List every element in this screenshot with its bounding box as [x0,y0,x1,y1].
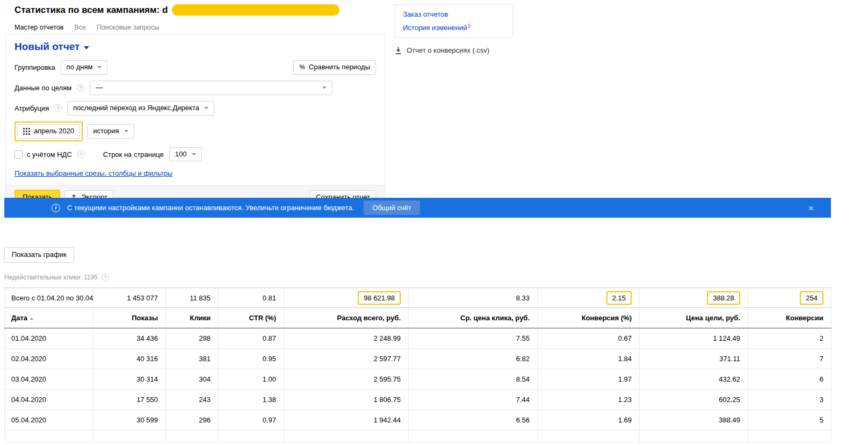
column-header[interactable]: Расход всего, руб. [284,308,409,328]
summary-row: Всего с 01.04.20 по 30.04.20 1 453 077 1… [5,288,831,308]
table-cell: 1 806.75 [284,390,409,410]
table-cell: 6.82 [409,349,538,369]
period-select[interactable]: апрель 2020 [17,124,80,139]
table-cell: 7 [748,349,831,369]
table-cell: 04.04.2020 [5,390,93,410]
chevron-down-icon [322,87,327,89]
change-history-label: История изменений [403,24,467,32]
table-cell [284,430,409,442]
report-title: Новый отчет [15,41,79,53]
column-header[interactable]: CTR (%) [219,308,284,328]
goals-row: Данные по целям ? — [15,81,376,95]
show-chart-button[interactable]: Показать график [4,247,74,263]
rows-per-page-select[interactable]: 100 [169,147,202,162]
highlight-box: 388.28 [707,291,740,305]
banner-text: С текущими настройками кампании останавл… [67,204,354,212]
vat-checkbox[interactable] [15,150,23,159]
table-cell [640,430,748,442]
help-icon[interactable]: ? [77,84,84,91]
summary-cell: 98 621.98 [284,288,409,308]
table-cell: 1.00 [219,369,284,390]
rows-per-page-value: 100 [175,150,187,159]
shared-account-button[interactable]: Общий счёт [364,200,420,215]
report-title-dropdown[interactable]: Новый отчет [15,41,376,53]
table-cell [166,430,219,442]
column-header-date[interactable]: Дата▲ [5,308,93,328]
chevron-down-icon [97,66,102,68]
table-cell: 388.49 [640,410,748,430]
summary-cell: 254 [748,288,831,308]
table-cell: 6 [748,369,831,390]
table-cell: 6.56 [409,410,538,430]
summary-cell: 0.81 [219,288,284,308]
rows-per-page-label: Строк на странице [103,150,164,159]
table-cell: 2 597.77 [284,349,409,369]
help-icon[interactable]: ? [54,104,62,112]
summary-cell: 8.33 [409,288,538,308]
help-icon[interactable]: ? [102,274,109,281]
column-header[interactable]: Цена цели, руб. [640,308,748,328]
table-cell: 17 550 [93,390,166,410]
column-header[interactable]: Клики [166,308,219,328]
goals-value: — [96,83,103,92]
highlight-annotation: апрель 2020 [15,121,83,141]
column-header[interactable]: Показы [93,308,166,328]
table-row: 02.04.2020 40 316 381 0.95 2 597.77 6.82… [5,349,831,369]
table-cell: 7.55 [409,328,538,349]
table-cell: 02.04.2020 [5,349,93,369]
compare-periods-button[interactable]: % Сравнить периоды [293,60,376,75]
grouping-label: Группировка [15,63,55,71]
table-cell: 371.11 [640,349,748,369]
table-row: 03.04.2020 30 314 304 1.00 2 595.75 8.54… [5,369,831,390]
column-header[interactable]: Конверсия (%) [538,308,640,328]
table-cell [748,430,831,442]
show-slices-link[interactable]: Показать выбранные срезы, столбцы и филь… [15,169,172,177]
table-cell: 05.04.2020 [5,410,93,430]
period-row: апрель 2020 история [15,121,376,141]
grouping-value: по дням [67,63,93,72]
page-header: Статистика по всем кампаниям: d [15,4,339,16]
goals-select[interactable]: — [90,81,332,95]
table-cell: 432.62 [640,369,748,390]
change-history-link[interactable]: История измененийβ [403,23,505,32]
table-cell: 381 [166,349,219,369]
grouping-select[interactable]: по дням [61,60,108,75]
column-header[interactable]: Ср. цена клика, руб. [409,308,538,328]
beta-badge: β [468,23,471,28]
order-reports-link[interactable]: Заказ отчетов [403,10,505,18]
table-cell: 0.87 [219,328,284,349]
table-cell: 40 316 [93,349,166,369]
table-cell: 1.97 [538,369,640,390]
table-cell: 1.23 [538,390,640,410]
table-cell: 0.67 [538,328,640,349]
table-cell [93,430,166,442]
table-cell: 5 [748,410,831,430]
highlight-box: 2.15 [606,291,632,305]
conversion-report-label: Отчет о конверсиях (.csv) [407,46,489,54]
close-icon[interactable]: × [808,203,814,212]
table-row: 01.04.2020 34 436 298 0.87 2 248.99 7.55… [5,328,831,349]
options-row: с учётом НДС ? Строк на странице 100 [15,147,376,162]
table-cell: 7.44 [409,390,538,410]
column-header[interactable]: Конверсии [748,308,831,328]
table-cell: 298 [166,328,219,349]
table-cell: 1.84 [538,349,640,369]
sort-asc-icon: ▲ [30,316,34,321]
table-cell: 0.97 [219,410,284,430]
conversion-report-link[interactable]: Отчет о конверсиях (.csv) [395,46,489,54]
report-builder-panel: Новый отчет Группировка по дням % Сравни… [5,34,385,210]
highlight-box: 254 [800,291,823,305]
table-cell: 30 599 [93,410,166,430]
attribution-select[interactable]: последний переход из Яндекс.Директа [67,101,214,116]
table-cell: 1 942.44 [284,410,409,430]
table-cell: 8.54 [409,369,538,390]
history-select[interactable]: история [87,124,134,139]
table-cell: 304 [166,369,219,390]
table-cell: 2 248.99 [284,328,409,349]
help-icon[interactable]: ? [77,150,85,158]
attribution-label: Атрибуция [15,104,49,112]
summary-label: Всего с 01.04.20 по 30.04.20 [5,288,93,308]
table-cell: 243 [166,390,219,410]
invalid-clicks-note: Недействительные клики: 1195 ? [4,274,109,281]
table-cell: 34 436 [93,328,166,349]
